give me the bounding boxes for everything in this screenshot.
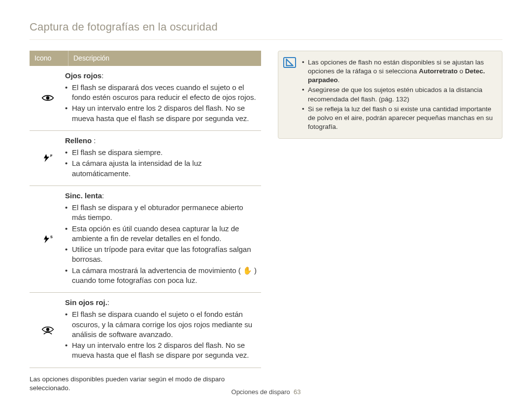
table-row: Sin ojos roj.: El flash se dispara cuand… <box>30 293 261 368</box>
row-title: Sinc. lenta <box>65 191 102 200</box>
row-bullets: El flash se disparará dos veces cuando e… <box>65 83 258 123</box>
svg-point-0 <box>46 96 50 100</box>
list-item: La cámara mostrará la advertencia de mov… <box>65 266 258 286</box>
page-footer: Opciones de disparo 63 <box>0 388 532 397</box>
row-title: Sin ojos roj. <box>65 298 107 307</box>
list-item: El flash se dispara cuando el sujeto o e… <box>65 309 258 339</box>
list-item: Esta opción es útil cuando desea captura… <box>65 224 258 244</box>
row-title-suffix: : <box>92 136 96 145</box>
svg-text:F: F <box>50 154 53 158</box>
page-title: Captura de fotografías en la oscuridad <box>30 20 502 40</box>
table-row: F Relleno : El flash se dispara siempre.… <box>30 131 261 186</box>
row-title-suffix: : <box>101 71 103 80</box>
table-row: S Sinc. lenta: El flash se dispara y el … <box>30 186 261 293</box>
page: Captura de fotografías en la oscuridad I… <box>0 0 532 401</box>
note-list: Las opciones de flash no están disponibl… <box>302 58 495 132</box>
list-item: El flash se disparará dos veces cuando e… <box>65 83 258 103</box>
col-header-icon: Icono <box>30 51 68 66</box>
notes-column: Las opciones de flash no están disponibl… <box>278 51 502 139</box>
eye-fix-icon <box>30 293 62 368</box>
row-bullets: El flash se dispara y el obturador perma… <box>65 203 258 285</box>
flash-options-table: Icono Descripción Ojos rojos: El flash s… <box>30 51 261 393</box>
list-item: Las opciones de flash no están disponibl… <box>302 58 495 85</box>
list-item: Utilice un trípode para evitar que las f… <box>65 245 258 265</box>
table-row: Ojos rojos: El flash se disparará dos ve… <box>30 66 261 131</box>
footer-page-number: 63 <box>294 388 300 396</box>
flash-f-icon: F <box>30 131 62 185</box>
flash-s-icon: S <box>30 186 62 292</box>
row-title: Ojos rojos <box>65 71 101 80</box>
col-header-desc: Descripción <box>68 51 261 66</box>
row-bullets: El flash se dispara cuando el sujeto o e… <box>65 309 258 360</box>
row-title-suffix: : <box>107 298 109 307</box>
list-item: El flash se dispara y el obturador perma… <box>65 203 258 223</box>
svg-text:S: S <box>50 235 53 239</box>
list-item: Si se refleja la luz del flash o si exis… <box>302 105 495 132</box>
footer-section: Opciones de disparo <box>232 388 290 396</box>
list-item: El flash se dispara siempre. <box>65 148 258 157</box>
note-icon <box>283 57 296 68</box>
content-columns: Icono Descripción Ojos rojos: El flash s… <box>30 51 502 393</box>
list-item: Hay un intervalo entre los 2 disparos de… <box>65 340 258 361</box>
list-item: La cámara ajusta la intensidad de la luz… <box>65 158 258 179</box>
list-item: Asegúrese de que los sujetos estén ubica… <box>302 86 495 103</box>
svg-point-3 <box>46 328 50 331</box>
row-title: Relleno <box>65 136 92 145</box>
eye-icon <box>30 66 62 130</box>
row-bullets: El flash se dispara siempre. La cámara a… <box>65 148 258 179</box>
row-title-suffix: : <box>102 191 104 200</box>
table-header: Icono Descripción <box>30 51 261 66</box>
note-box: Las opciones de flash no están disponibl… <box>278 51 502 139</box>
list-item: Hay un intervalo entre los 2 disparos de… <box>65 103 258 123</box>
